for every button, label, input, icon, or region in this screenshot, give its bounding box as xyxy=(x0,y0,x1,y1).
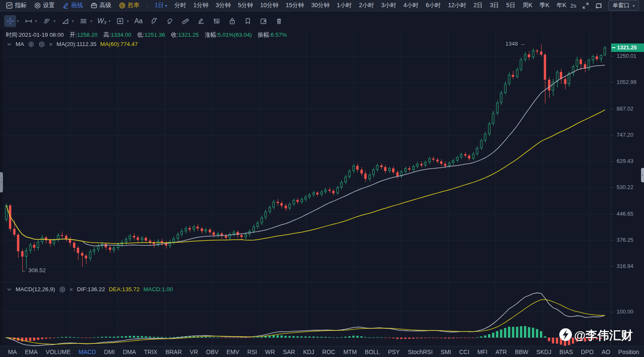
tab-sar[interactable]: SAR xyxy=(283,349,295,355)
tab-bias[interactable]: BIAS xyxy=(559,349,573,355)
price-tick: 629.43 xyxy=(611,158,644,164)
chevron-down-icon[interactable] xyxy=(7,287,12,292)
window-mode-button[interactable]: 单窗口 ▾ xyxy=(608,0,639,11)
trendline-tool[interactable]: ▾ xyxy=(41,15,56,27)
indicator-button[interactable]: 指标 xyxy=(6,2,27,9)
tab-ma[interactable]: MA xyxy=(8,349,17,355)
timeframe-item[interactable]: 3小时 xyxy=(381,2,397,9)
timeframe-item[interactable]: 年K xyxy=(557,2,566,9)
segment-tool[interactable]: ▾ xyxy=(23,15,38,27)
tab-trix[interactable]: TRIX xyxy=(144,349,158,355)
tab-roc[interactable]: ROC xyxy=(322,349,335,355)
timeframe-item[interactable]: 5日 xyxy=(506,2,515,9)
price-tick: 316.94 xyxy=(611,263,644,269)
caret-down-icon: ▾ xyxy=(72,19,74,23)
advanced-button[interactable]: 高级 xyxy=(91,2,111,9)
tab-bbw[interactable]: BBW xyxy=(515,349,529,355)
tab-stochrsi[interactable]: StochRSI xyxy=(408,349,432,355)
timeframe-item[interactable]: 15分钟 xyxy=(286,2,304,9)
timeframe-item[interactable]: 1分钟 xyxy=(193,2,209,9)
timeframe-item[interactable]: 2日 xyxy=(474,2,483,9)
tab-cci[interactable]: CCI xyxy=(459,349,469,355)
timeframe-item[interactable]: 季K xyxy=(539,2,549,9)
macd-indicator-header: MACD(12,26,9) × DIF:136.22 DEA:135.72 MA… xyxy=(7,286,173,293)
price-axis[interactable]: 1321.25 100.00 1250.011052.99887.02747.2… xyxy=(611,11,644,346)
tab-mtm[interactable]: MTM xyxy=(343,349,357,355)
timeframe-item[interactable]: 5分钟 xyxy=(238,2,253,9)
eraser-tool[interactable] xyxy=(164,15,176,27)
pattern-bars-tool[interactable] xyxy=(211,15,223,27)
tab-dmi[interactable]: DMI xyxy=(104,349,115,355)
tab-macd[interactable]: MACD xyxy=(78,349,96,355)
trash-tool[interactable] xyxy=(273,15,285,27)
tab-obv[interactable]: OBV xyxy=(206,349,219,355)
timeframe-item[interactable]: 12小时 xyxy=(448,2,467,9)
dif-value: DIF:136.22 xyxy=(77,286,105,292)
snapshot-tool[interactable] xyxy=(258,15,269,27)
tab-mfi[interactable]: MFI xyxy=(478,349,488,355)
tab-boll[interactable]: BOLL xyxy=(365,349,380,355)
eye-icon[interactable] xyxy=(28,41,35,48)
tab-brar[interactable]: BRAR xyxy=(165,349,182,355)
draw-line-label: 画线 xyxy=(71,2,83,9)
caret-down-icon: ▾ xyxy=(54,19,56,23)
indicator-label: 指标 xyxy=(15,2,27,9)
close-icon[interactable]: × xyxy=(70,286,73,293)
tab-dma[interactable]: DMA xyxy=(123,349,136,355)
timeframe-item[interactable]: 3分钟 xyxy=(216,2,231,9)
timeframe-item[interactable]: 10分钟 xyxy=(260,2,279,9)
timeframe-item[interactable]: 30分钟 xyxy=(311,2,330,9)
timeframe-item[interactable]: 1小时 xyxy=(337,2,352,9)
timeframe-item[interactable]: 6小时 xyxy=(426,2,441,9)
tab-skdj[interactable]: SKDJ xyxy=(537,349,552,355)
tab-volume[interactable]: VOLUME xyxy=(46,349,70,355)
shape-tool[interactable]: ▾ xyxy=(114,15,129,27)
tab-smi[interactable]: SMI xyxy=(441,349,451,355)
parallel-lines-tool[interactable]: ▾ xyxy=(78,15,92,27)
tab-emv[interactable]: EMV xyxy=(226,349,239,355)
ruler-tool[interactable] xyxy=(180,15,191,27)
macd-value: MACD:1.00 xyxy=(143,286,173,292)
text-tool[interactable]: Aa xyxy=(133,15,145,27)
price-tick: 1052.99 xyxy=(611,79,644,85)
timeframe-item[interactable]: 4小时 xyxy=(403,2,419,9)
tab-dpo[interactable]: DPO xyxy=(581,349,593,355)
wave-tool[interactable]: W₃ ▾ xyxy=(96,15,111,27)
winrate-button[interactable]: 胜率 xyxy=(119,2,140,9)
timeframe-item[interactable]: 3日 xyxy=(490,2,499,9)
bookmark-tool[interactable] xyxy=(242,15,254,27)
tab-atr[interactable]: ATR xyxy=(496,349,507,355)
timeframe-item[interactable]: 分时 xyxy=(174,2,186,9)
window-mode-label: 单窗口 xyxy=(612,2,630,9)
triangle-tool[interactable]: ▾ xyxy=(59,15,74,27)
tab-rsi[interactable]: RSI xyxy=(247,349,257,355)
tab-ao[interactable]: AO xyxy=(602,349,610,355)
right-collapse-handle[interactable]: ‹ xyxy=(641,168,644,182)
signature-tool[interactable] xyxy=(195,15,207,27)
new-window-icon[interactable] xyxy=(595,2,602,9)
chevron-down-icon[interactable] xyxy=(7,42,12,47)
draw-line-button[interactable]: 画线 xyxy=(62,2,83,9)
candlestick-chart[interactable] xyxy=(0,30,611,346)
watermark-logo-icon xyxy=(559,328,572,343)
timeframe-item[interactable]: 周K xyxy=(523,2,532,9)
left-collapse-handle[interactable]: ‹ xyxy=(0,172,3,192)
close-icon[interactable]: × xyxy=(49,41,53,48)
lock-tool[interactable] xyxy=(226,15,238,27)
settings-button[interactable]: 设置 xyxy=(34,2,55,9)
fullscreen-icon[interactable] xyxy=(582,2,589,9)
refresh-interval-label: 2s xyxy=(570,3,576,9)
indicator-settings-icon[interactable] xyxy=(38,41,45,48)
tab-ema[interactable]: EMA xyxy=(25,349,38,355)
tab-wr[interactable]: WR xyxy=(265,349,275,355)
tab-vr[interactable]: VR xyxy=(190,349,198,355)
tab-psy[interactable]: PSY xyxy=(388,349,400,355)
timeframe-item[interactable]: 1日▾ xyxy=(155,2,167,9)
tab-position[interactable]: Position xyxy=(618,349,639,355)
high-price-annotation: 1348 → xyxy=(505,41,525,47)
crosshair-tool[interactable]: ▾ xyxy=(4,15,19,27)
indicator-settings-icon[interactable] xyxy=(59,286,66,293)
brush-eraser-tool[interactable] xyxy=(148,15,160,27)
tab-kdj[interactable]: KDJ xyxy=(303,349,314,355)
timeframe-item[interactable]: 2小时 xyxy=(359,2,374,9)
